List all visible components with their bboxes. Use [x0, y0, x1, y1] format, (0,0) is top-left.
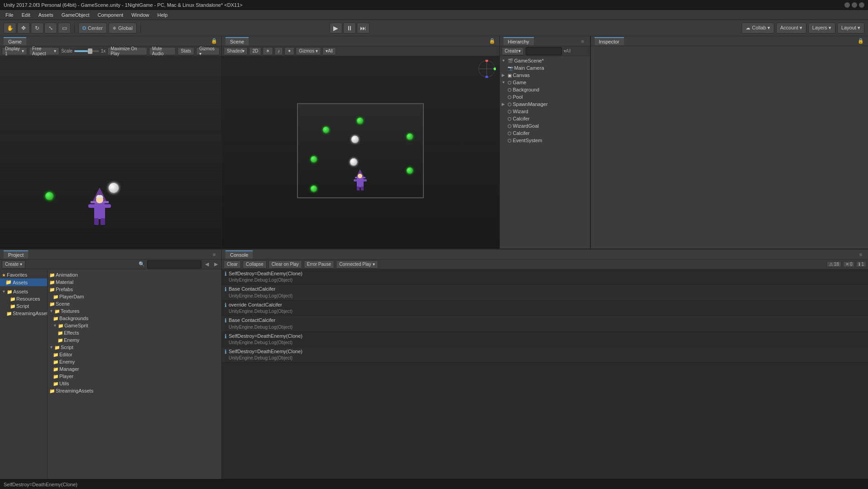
scene-audio-btn[interactable]: ♪ — [274, 47, 283, 55]
game-gizmos-btn[interactable]: Gizmos ▾ — [196, 47, 220, 55]
hierarchy-create-btn[interactable]: Create ▾ — [502, 47, 524, 55]
proj-enemy[interactable]: 📁 Enemy — [48, 336, 221, 344]
hier-wizard[interactable]: ⬡ Wizard — [500, 108, 590, 115]
error-pause-btn[interactable]: Error Pause — [304, 260, 334, 268]
proj-manager[interactable]: 📁 Manager — [48, 365, 221, 373]
assets-favorite[interactable]: 📁 Assets — [0, 278, 47, 286]
menu-component[interactable]: Component — [94, 11, 127, 19]
proj-animation[interactable]: 📁 Animation — [48, 271, 221, 278]
hier-spawnmanager[interactable]: ▶ ⬡ SpawnManager — [500, 101, 590, 108]
proj-backgrounds[interactable]: 📁 Backgrounds — [48, 315, 221, 322]
proj-streaming[interactable]: 📁 StreamingAssets — [48, 387, 221, 394]
mute-audio-btn[interactable]: Mute Audio — [149, 47, 176, 55]
maximize-play-btn[interactable]: Maximize On Play — [107, 47, 147, 55]
scene-fx-btn[interactable]: ✦ — [284, 47, 294, 55]
display-select[interactable]: Display 1 ▾ — [2, 47, 27, 55]
tree-assets[interactable]: ▼ 📁 Assets — [0, 288, 47, 295]
console-msg-4[interactable]: ℹ SelfDestroy=DeathEnemy(Clone) UnityEng… — [222, 332, 868, 347]
proj-player[interactable]: 📁 Player — [48, 373, 221, 380]
menu-assets[interactable]: Assets — [35, 11, 57, 19]
hier-gamescene[interactable]: ▼ 🎬 GameScene* — [500, 57, 590, 64]
hierarchy-tab[interactable]: Hierarchy — [504, 37, 534, 45]
move-tool-btn[interactable]: ✥ — [17, 23, 30, 34]
scene-lock-btn[interactable]: 🔒 — [489, 38, 496, 45]
console-msg-2[interactable]: ℹ override ContactCalcifer UnityEngine.D… — [222, 301, 868, 316]
menu-gameobject[interactable]: GameObject — [58, 11, 93, 19]
menu-edit[interactable]: Edit — [18, 11, 34, 19]
minimize-btn[interactable] — [844, 2, 850, 8]
console-msg-0[interactable]: ℹ SelfDestroy=DeathEnemy(Clone) UnityEng… — [222, 269, 868, 285]
collapse-btn[interactable]: Collapse — [243, 260, 267, 268]
maximize-btn[interactable] — [852, 2, 857, 8]
hier-wizardgoal[interactable]: ⬡ WizardGoal — [500, 122, 590, 129]
console-tab[interactable]: Console — [225, 250, 253, 259]
hierarchy-search[interactable] — [526, 47, 562, 55]
layers-btn[interactable]: Layers ▾ — [808, 23, 835, 34]
scene-tab[interactable]: Scene — [225, 37, 249, 45]
scene-light-btn[interactable]: ☀ — [263, 47, 273, 55]
stats-btn[interactable]: Stats — [177, 47, 194, 55]
project-lock-btn[interactable]: ≡ — [211, 251, 218, 258]
project-nav-next[interactable]: ▶ — [212, 261, 220, 268]
hier-calcifer-1[interactable]: ⬡ Calcifer — [500, 115, 590, 122]
hier-game[interactable]: ▼ ⬡ Game — [500, 79, 590, 86]
pause-btn[interactable]: ⏸ — [343, 23, 356, 34]
console-lock-btn[interactable]: ≡ — [857, 251, 864, 258]
hand-tool-btn[interactable]: ✋ — [4, 23, 16, 34]
play-btn[interactable]: ▶ — [330, 23, 342, 34]
inspector-lock-btn[interactable]: 🔒 — [857, 38, 864, 45]
proj-editor[interactable]: 📁 Editor — [48, 351, 221, 358]
proj-scene[interactable]: 📁 Scene — [48, 300, 221, 307]
hier-main-camera[interactable]: 📷 Main Camera — [500, 64, 590, 72]
hier-calcifer-2[interactable]: ⬡ Calcifer — [500, 129, 590, 137]
proj-textures[interactable]: ▼ 📁 Textures — [48, 307, 221, 315]
proj-prefabs[interactable]: 📁 Prefabs — [48, 286, 221, 293]
project-search-input[interactable] — [147, 260, 201, 268]
close-btn[interactable] — [859, 2, 864, 8]
scene-all-btn[interactable]: ▾All — [322, 47, 336, 55]
hier-pool[interactable]: ⬡ Pool — [500, 93, 590, 101]
proj-script[interactable]: ▼ 📁 Script — [48, 344, 221, 351]
menu-help[interactable]: Help — [153, 11, 171, 19]
scale-tool-btn[interactable]: ⤡ — [44, 23, 57, 34]
hier-background[interactable]: ⬡ Background — [500, 86, 590, 93]
project-tab[interactable]: Project — [4, 250, 28, 259]
inspector-tab[interactable]: Inspector — [595, 37, 624, 45]
step-btn[interactable]: ⏭ — [357, 23, 369, 34]
proj-enemy-2[interactable]: 📁 Enemy — [48, 358, 221, 365]
tree-streaming-top[interactable]: 📁 StreamingAssets — [0, 310, 47, 317]
game-tab[interactable]: Game — [4, 37, 26, 45]
2d-btn[interactable]: 2D — [249, 47, 261, 55]
menu-file[interactable]: File — [2, 11, 17, 19]
aspect-select[interactable]: Free Aspect ▾ — [29, 47, 59, 55]
proj-playerdam[interactable]: 📁 PlayerDam — [48, 293, 221, 300]
hier-eventsystem[interactable]: ⬡ EventSystem — [500, 137, 590, 144]
account-btn[interactable]: Account ▾ — [776, 23, 806, 34]
project-create-btn[interactable]: Create ▾ — [2, 260, 25, 268]
clear-btn[interactable]: Clear — [224, 260, 241, 268]
proj-effects[interactable]: 📁 Effects — [48, 329, 221, 336]
console-msg-5[interactable]: ℹ SelfDestroy=DeathEnemy(Clone) UnityEng… — [222, 347, 868, 363]
clear-on-play-btn[interactable]: Clear on Play — [269, 260, 302, 268]
pivot-center-btn[interactable]: Center — [78, 23, 107, 34]
tree-script-top[interactable]: 📁 Script — [0, 302, 47, 310]
console-msg-3[interactable]: ℹ Base ContactCalcifer UnityEngine.Debug… — [222, 316, 868, 331]
rect-tool-btn[interactable]: ▭ — [58, 23, 71, 34]
project-nav-prev[interactable]: ◀ — [203, 261, 211, 268]
scale-slider[interactable] — [88, 48, 92, 54]
proj-gamesprit[interactable]: ▼ 📁 GameSprit — [48, 322, 221, 329]
hier-canvas[interactable]: ▶ ▣ Canvas — [500, 72, 590, 79]
game-lock-btn[interactable]: 🔒 — [211, 38, 218, 45]
hierarchy-lock-btn[interactable]: ≡ — [579, 38, 586, 45]
connected-play-btn[interactable]: Connected Play ▾ — [336, 260, 378, 268]
shaded-btn[interactable]: Shaded ▾ — [224, 47, 248, 55]
rotate-tool-btn[interactable]: ↻ — [31, 23, 43, 34]
tree-resources[interactable]: 📁 Resources — [0, 295, 47, 302]
space-global-btn[interactable]: ⊕ Global — [109, 23, 137, 34]
scene-gizmos-btn[interactable]: Gizmos ▾ — [296, 47, 321, 55]
layout-btn[interactable]: Layout ▾ — [837, 23, 864, 34]
proj-utils[interactable]: 📁 Utils — [48, 380, 221, 387]
collab-btn[interactable]: ☁ Collab ▾ — [742, 23, 774, 34]
proj-material[interactable]: 📁 Material — [48, 278, 221, 286]
menu-window[interactable]: Window — [128, 11, 153, 19]
